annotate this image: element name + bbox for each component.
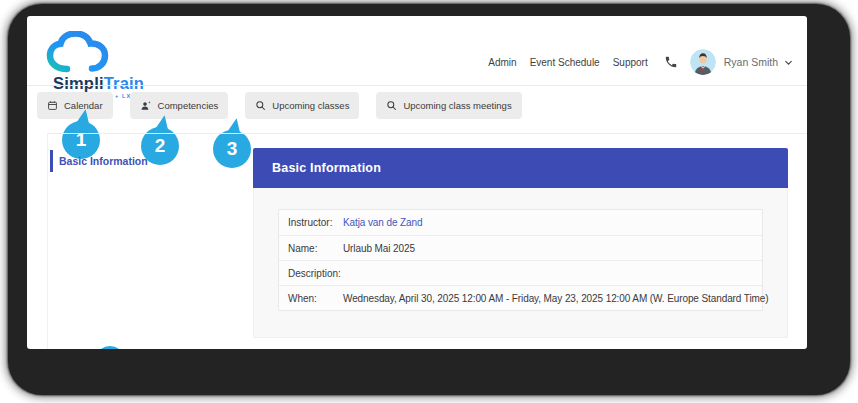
user-name[interactable]: Ryan Smith xyxy=(724,56,778,68)
cloud-logo-icon xyxy=(45,31,117,77)
tab-calendar[interactable]: Calendar xyxy=(37,92,113,119)
phone-icon[interactable] xyxy=(664,55,678,69)
tab-upcoming-class-meetings[interactable]: Upcoming class meetings xyxy=(376,92,521,119)
row-label: Name: xyxy=(279,243,343,254)
row-label: When: xyxy=(279,293,343,304)
table-row-when: When: Wednesday, April 30, 2025 12:00 AM… xyxy=(279,285,762,310)
row-value: Wednesday, April 30, 2025 12:00 AM - Fri… xyxy=(343,293,768,304)
content-top-divider xyxy=(47,133,807,134)
search-icon xyxy=(386,100,397,111)
calendar-icon xyxy=(47,100,58,111)
sidebar-item-basic-information[interactable]: Basic Information xyxy=(50,150,148,172)
nav-item-support[interactable]: Support xyxy=(613,57,648,68)
details-table: Instructor: Katja van de Zand Name: Urla… xyxy=(278,209,763,311)
screenshot-canvas: SimpliTrain TMS + LMS + LXP Admin Event … xyxy=(0,0,858,403)
annotation-bubble-3: 3 xyxy=(213,130,251,168)
table-row-name: Name: Urlaub Mai 2025 xyxy=(279,235,762,260)
instructor-link[interactable]: Katja van de Zand xyxy=(343,217,422,228)
panel-title: Basic Information xyxy=(253,161,381,175)
tab-label: Upcoming classes xyxy=(272,100,349,111)
top-navigation: Admin Event Schedule Support xyxy=(488,48,794,76)
chevron-down-icon[interactable] xyxy=(783,57,794,68)
table-row-instructor: Instructor: Katja van de Zand xyxy=(279,210,762,235)
tab-competencies[interactable]: Competencies xyxy=(130,92,229,119)
search-icon xyxy=(255,100,266,111)
row-value: Urlaub Mai 2025 xyxy=(343,243,415,254)
simplitrain-logo[interactable]: SimpliTrain TMS + LMS + LXP xyxy=(43,26,173,98)
content-left-divider xyxy=(47,133,48,349)
table-row-description: Description: xyxy=(279,260,762,285)
user-avatar[interactable] xyxy=(690,49,716,75)
active-indicator-bar xyxy=(50,150,53,172)
sidebar-item-label: Basic Information xyxy=(59,155,148,167)
tab-label: Competencies xyxy=(158,100,219,111)
basic-information-panel: Basic Information Instructor: Katja van … xyxy=(253,148,788,338)
nav-item-event-schedule[interactable]: Event Schedule xyxy=(530,57,600,68)
brand-name-secondary: Train xyxy=(104,74,144,92)
panel-header: Basic Information xyxy=(253,148,788,188)
nav-item-admin[interactable]: Admin xyxy=(488,57,516,68)
annotation-number: 2 xyxy=(155,135,166,157)
brand-name-primary: Simpli xyxy=(53,74,104,92)
app-page: SimpliTrain TMS + LMS + LXP Admin Event … xyxy=(27,16,807,349)
panel-body: Instructor: Katja van de Zand Name: Urla… xyxy=(253,188,788,338)
tab-label: Calendar xyxy=(64,100,103,111)
person-badge-icon xyxy=(140,100,152,112)
row-label: Description: xyxy=(279,268,343,279)
tab-upcoming-classes[interactable]: Upcoming classes xyxy=(245,92,359,119)
row-label: Instructor: xyxy=(279,217,343,228)
tab-label: Upcoming class meetings xyxy=(403,100,511,111)
header-divider xyxy=(27,85,807,86)
tab-bar: Calendar Competencies Upcoming classes xyxy=(37,92,522,119)
annotation-number: 3 xyxy=(227,138,238,160)
brand-name: SimpliTrain xyxy=(53,74,144,93)
annotation-bubble-cutoff xyxy=(95,346,125,349)
